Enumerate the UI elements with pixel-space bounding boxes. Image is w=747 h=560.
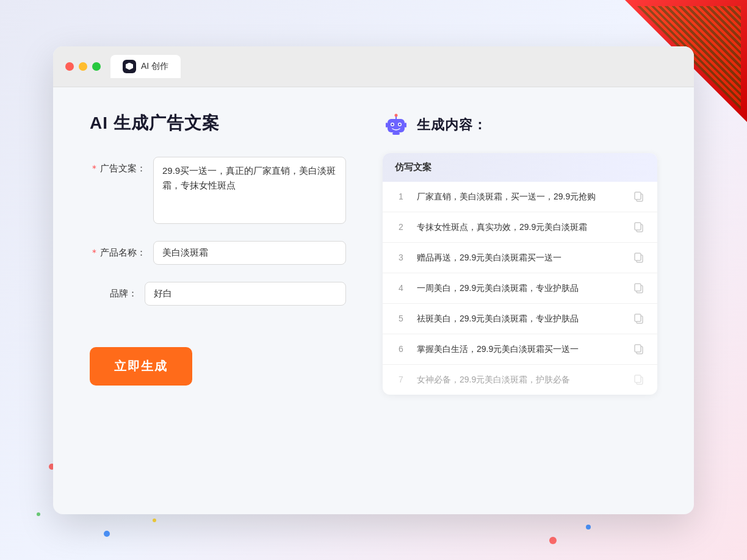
confetti-dot [586, 525, 591, 529]
result-row: 1 厂家直销，美白淡斑霜，买一送一，29.9元抢购 [383, 182, 657, 212]
copy-icon[interactable] [633, 343, 645, 355]
result-row: 5 祛斑美白，29.9元美白淡斑霜，专业护肤品 [383, 304, 657, 334]
minimize-button[interactable] [79, 62, 87, 71]
maximize-button[interactable] [92, 62, 101, 71]
ad-copy-group: ＊广告文案： 29.9买一送一，真正的厂家直销，美白淡斑霜，专抹女性斑点 [90, 157, 346, 224]
svg-rect-23 [635, 375, 641, 382]
result-number: 3 [395, 253, 407, 262]
generate-button[interactable]: 立即生成 [90, 347, 192, 386]
result-text: 祛斑美白，29.9元美白淡斑霜，专业护肤品 [417, 312, 623, 325]
copy-icon[interactable] [633, 282, 645, 294]
product-name-group: ＊产品名称： [90, 241, 346, 265]
copy-icon[interactable] [633, 373, 645, 386]
svg-rect-21 [635, 345, 641, 352]
svg-rect-17 [635, 284, 641, 291]
required-star: ＊ [90, 163, 99, 173]
tab-ai-creation[interactable]: AI AI 创作 [110, 55, 181, 78]
product-name-label: ＊产品名称： [90, 241, 153, 259]
result-text: 厂家直销，美白淡斑霜，买一送一，29.9元抢购 [417, 190, 623, 203]
required-star-2: ＊ [90, 247, 99, 257]
result-text: 掌握美白生活，29.9元美白淡斑霜买一送一 [417, 343, 623, 356]
svg-point-6 [395, 113, 398, 117]
copy-icon[interactable] [633, 190, 645, 203]
result-text: 一周美白，29.9元美白淡斑霜，专业护肤品 [417, 282, 623, 295]
brand-label: 品牌： [90, 282, 145, 300]
result-row: 3 赠品再送，29.9元美白淡斑霜买一送一 [383, 243, 657, 273]
right-header: 生成内容： [383, 112, 657, 138]
result-text: 赠品再送，29.9元美白淡斑霜买一送一 [417, 251, 623, 264]
traffic-lights [65, 62, 101, 71]
svg-rect-9 [392, 132, 400, 135]
tab-icon-text: AI [128, 65, 131, 68]
copy-icon[interactable] [633, 221, 645, 233]
product-name-input[interactable] [153, 241, 346, 265]
copy-icon[interactable] [633, 312, 645, 325]
svg-rect-15 [635, 253, 641, 260]
right-panel: 生成内容： 仿写文案 1 厂家直销，美白淡斑霜，买一送一，29.9元抢购 2 专… [383, 112, 657, 490]
confetti-dot [153, 519, 156, 522]
svg-point-4 [399, 123, 401, 125]
result-text: 女神必备，29.9元美白淡斑霜，护肤必备 [417, 373, 623, 386]
result-number: 7 [395, 375, 407, 384]
browser-window: AI AI 创作 AI 生成广告文案 ＊广告文案： 29.9买一送一，真正的厂家… [53, 46, 694, 514]
results-container: 仿写文案 1 厂家直销，美白淡斑霜，买一送一，29.9元抢购 2 专抹女性斑点，… [383, 153, 657, 395]
tab-label: AI 创作 [141, 61, 168, 72]
result-row: 2 专抹女性斑点，真实功效，29.9元美白淡斑霜 [383, 212, 657, 243]
svg-rect-8 [405, 123, 406, 127]
result-row: 4 一周美白，29.9元美白淡斑霜，专业护肤品 [383, 273, 657, 304]
tab-icon: AI [123, 60, 136, 73]
close-button[interactable] [65, 62, 74, 71]
svg-rect-13 [635, 223, 641, 230]
result-number: 4 [395, 283, 407, 293]
result-number: 5 [395, 314, 407, 323]
svg-rect-7 [386, 123, 388, 127]
result-number: 1 [395, 192, 407, 201]
svg-rect-11 [635, 192, 641, 199]
robot-icon [383, 112, 410, 138]
page-title: AI 生成广告文案 [90, 112, 346, 135]
confetti-dot [37, 512, 40, 516]
results-list: 1 厂家直销，美白淡斑霜，买一送一，29.9元抢购 2 专抹女性斑点，真实功效，… [383, 182, 657, 395]
browser-content: AI 生成广告文案 ＊广告文案： 29.9买一送一，真正的厂家直销，美白淡斑霜，… [53, 87, 694, 514]
result-number: 2 [395, 222, 407, 232]
browser-titlebar: AI AI 创作 [53, 46, 694, 87]
copy-icon[interactable] [633, 251, 645, 264]
result-number: 6 [395, 344, 407, 354]
ad-copy-label: ＊广告文案： [90, 157, 153, 174]
brand-group: 品牌： [90, 282, 346, 306]
confetti-dot [104, 531, 110, 537]
results-header: 仿写文案 [383, 153, 657, 182]
result-row: 6 掌握美白生活，29.9元美白淡斑霜买一送一 [383, 334, 657, 365]
svg-point-3 [392, 123, 394, 125]
right-panel-title: 生成内容： [417, 116, 487, 134]
ad-copy-input[interactable]: 29.9买一送一，真正的厂家直销，美白淡斑霜，专抹女性斑点 [153, 157, 346, 224]
result-row: 7 女神必备，29.9元美白淡斑霜，护肤必备 [383, 365, 657, 395]
result-text: 专抹女性斑点，真实功效，29.9元美白淡斑霜 [417, 221, 623, 234]
svg-rect-19 [635, 314, 641, 321]
confetti-dot [549, 537, 557, 544]
brand-input[interactable] [145, 282, 346, 306]
left-panel: AI 生成广告文案 ＊广告文案： 29.9买一送一，真正的厂家直销，美白淡斑霜，… [90, 112, 346, 490]
